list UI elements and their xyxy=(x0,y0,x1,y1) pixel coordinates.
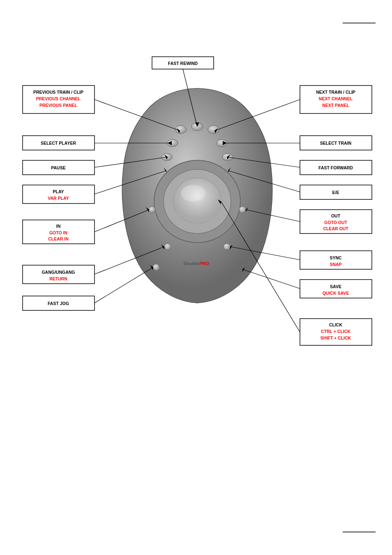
label-select-player: SELECT PLAYER xyxy=(41,141,76,146)
page-container: Shuttle PRO 3. PREVIOUS TRAIN / CLIP PRE… xyxy=(0,0,392,555)
btn-bottom-right[interactable] xyxy=(224,243,230,250)
label-in-l1: IN xyxy=(56,224,61,229)
label-click-l1: CLICK xyxy=(329,322,342,327)
label-in-l3: CLEAR IN xyxy=(48,236,69,241)
top-decorative-line xyxy=(343,23,376,23)
brand-text: Shuttle xyxy=(183,261,198,266)
label-sync-l1: SYNC xyxy=(330,255,342,260)
diagram-svg: Shuttle PRO 3. PREVIOUS TRAIN / CLIP PRE… xyxy=(21,49,374,358)
conn-save xyxy=(242,269,300,289)
label-gang-l1: GANG/UNGANG xyxy=(42,270,75,275)
label-next-train-l1: NEXT TRAIN / CLIP xyxy=(316,90,355,95)
label-prev-train-l2: PREVIOUS CHANNEL xyxy=(36,96,81,101)
label-fast-forward: FAST FORWARD xyxy=(318,165,353,170)
label-sync-l2: SNAP xyxy=(330,262,341,267)
label-out-l3: CLEAR OUT xyxy=(323,226,348,231)
label-play-l1: PLAY xyxy=(53,189,64,194)
btn-right-dial[interactable] xyxy=(239,206,246,213)
label-out-l1: OUT xyxy=(331,213,341,218)
label-ee: E/E xyxy=(332,190,339,195)
dial-sheen xyxy=(181,185,205,201)
bottom-decorative-line xyxy=(343,532,376,532)
label-select-train: SELECT TRAIN xyxy=(320,141,351,146)
label-click-l2: CTRL + CLICK xyxy=(321,329,350,334)
label-next-train-l2: NEXT CHANNEL xyxy=(319,96,353,101)
label-fast-rewind: FAST REWIND xyxy=(168,61,198,66)
btn-lower-left[interactable] xyxy=(153,264,159,271)
label-pause: PAUSE xyxy=(51,165,65,170)
conn-fast-jog xyxy=(95,267,153,303)
label-prev-train-l3: PREVIOUS PANEL xyxy=(39,103,78,108)
label-box-play xyxy=(23,185,95,204)
btn-left-dial[interactable] xyxy=(149,206,155,213)
label-gang-l2: RETURN xyxy=(49,276,67,281)
label-click-l3: SHIFT + CLICK xyxy=(321,335,351,340)
label-fast-jog: FAST JOG xyxy=(48,301,69,306)
label-out-l2: GOTO OUT xyxy=(324,220,347,225)
label-in-l2: GOTO IN xyxy=(49,230,67,235)
label-next-train-l3: NEXT PANEL xyxy=(322,103,349,108)
label-play-l2: VAR PLAY xyxy=(48,196,69,201)
label-prev-train-l1: PREVIOUS TRAIN / CLIP xyxy=(33,90,83,95)
label-save-l1: SAVE xyxy=(330,284,341,289)
label-save-l2: QUICK SAVE xyxy=(323,291,349,296)
diagram-area: Shuttle PRO 3. PREVIOUS TRAIN / CLIP PRE… xyxy=(21,49,371,345)
btn-bottom-left[interactable] xyxy=(164,243,171,250)
brand-text-3: 3. xyxy=(207,261,210,266)
